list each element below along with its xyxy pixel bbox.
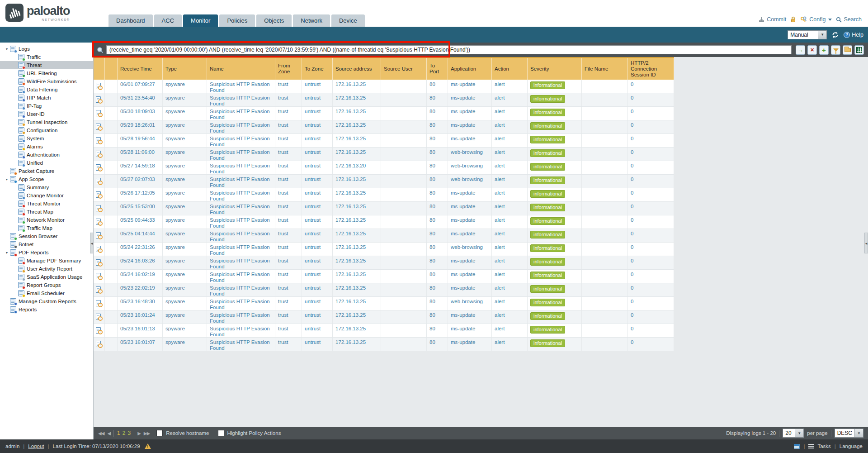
- search-button[interactable]: Search: [836, 16, 862, 23]
- expand-triangle-icon[interactable]: ▼: [4, 251, 10, 254]
- col-header-receive-time[interactable]: Receive Time: [118, 58, 163, 80]
- log-detail-icon[interactable]: [96, 327, 101, 334]
- next-page-button[interactable]: ▶: [137, 431, 141, 436]
- last-page-button[interactable]: ▶▶: [144, 431, 150, 436]
- refresh-icon[interactable]: [831, 31, 839, 38]
- sidebar-item-hip-match[interactable]: HIP Match: [0, 94, 93, 102]
- log-detail-icon[interactable]: [96, 246, 101, 252]
- col-header-to-port[interactable]: To Port: [427, 58, 448, 80]
- sidebar-item-network-monitor[interactable]: Network Monitor: [0, 216, 93, 224]
- sidebar-item-pdf-reports[interactable]: ▼PDF Reports: [0, 248, 93, 257]
- sidebar-item-app-scope[interactable]: ▼App Scope: [0, 175, 93, 183]
- sidebar-item-threat-map[interactable]: Threat Map: [0, 208, 93, 216]
- sidebar-item-data-filtering[interactable]: Data Filtering: [0, 86, 93, 94]
- col-header-source-address[interactable]: Source address: [333, 58, 381, 80]
- sidebar-item-user-activity-report[interactable]: User Activity Report: [0, 265, 93, 273]
- window-icon[interactable]: [794, 444, 800, 449]
- log-detail-icon[interactable]: [96, 96, 101, 103]
- sidebar-item-botnet[interactable]: Botnet: [0, 240, 93, 248]
- col-header-action[interactable]: Action: [492, 58, 528, 80]
- sidebar-item-wildfire-submissions[interactable]: WildFire Submissions: [0, 77, 93, 86]
- log-filter-input[interactable]: [106, 45, 792, 54]
- log-detail-icon[interactable]: [96, 164, 101, 171]
- log-detail-icon[interactable]: [96, 286, 101, 293]
- expand-triangle-icon[interactable]: ▼: [4, 178, 10, 181]
- tab-acc[interactable]: ACC: [154, 14, 182, 27]
- per-page-select[interactable]: 20 ▼: [783, 429, 804, 438]
- refresh-interval-select[interactable]: Manual ▼: [788, 30, 827, 39]
- sidebar-item-session-browser[interactable]: Session Browser: [0, 232, 93, 240]
- sidebar-item-alarms[interactable]: Alarms: [0, 143, 93, 151]
- log-detail-icon[interactable]: [96, 191, 101, 198]
- log-detail-icon[interactable]: [96, 314, 101, 320]
- log-detail-icon[interactable]: [96, 83, 101, 89]
- tab-policies[interactable]: Policies: [219, 14, 255, 27]
- log-detail-icon[interactable]: [96, 300, 101, 306]
- log-detail-icon[interactable]: [96, 178, 101, 184]
- log-detail-icon[interactable]: [96, 205, 101, 211]
- sort-order-select[interactable]: DESC ▼: [835, 429, 863, 438]
- sidebar-item-packet-capture[interactable]: Packet Capture: [0, 167, 93, 175]
- tasks-button[interactable]: Tasks: [817, 443, 830, 449]
- warning-icon[interactable]: [145, 443, 151, 449]
- resolve-hostname-checkbox[interactable]: [156, 430, 163, 436]
- sidebar-item-reports[interactable]: Reports: [0, 305, 93, 314]
- tab-dashboard[interactable]: Dashboard: [108, 14, 153, 27]
- sidebar-item-email-scheduler[interactable]: Email Scheduler: [0, 289, 93, 297]
- log-detail-icon[interactable]: [96, 273, 101, 279]
- col-header-severity[interactable]: Severity: [528, 58, 582, 80]
- col-header-from-zone[interactable]: From Zone: [275, 58, 302, 80]
- col-header-http-2-connection-session-id[interactable]: HTTP/2 Connection Session ID: [628, 58, 674, 80]
- tab-network[interactable]: Network: [293, 14, 330, 27]
- sidebar-item-threat[interactable]: Threat: [0, 61, 93, 69]
- tab-objects[interactable]: Objects: [256, 14, 292, 27]
- config-button[interactable]: Config: [800, 16, 832, 23]
- first-page-button[interactable]: ◀◀: [98, 431, 104, 436]
- sidebar-item-user-id[interactable]: User-ID: [0, 110, 93, 118]
- export-to-csv-button[interactable]: [854, 45, 864, 55]
- col-header-type[interactable]: Type: [163, 58, 207, 80]
- sidebar-item-traffic-map[interactable]: Traffic Map: [0, 224, 93, 232]
- load-filter-button[interactable]: [843, 45, 852, 55]
- language-button[interactable]: Language: [840, 443, 863, 449]
- expand-triangle-icon[interactable]: ▼: [4, 48, 10, 51]
- sidebar-item-authentication[interactable]: Authentication: [0, 151, 93, 159]
- lock-icon[interactable]: [790, 16, 796, 23]
- log-detail-icon[interactable]: [96, 232, 101, 238]
- sidebar-item-url-filtering[interactable]: URL Filtering: [0, 69, 93, 77]
- sidebar-item-manage-custom-reports[interactable]: Manage Custom Reports: [0, 297, 93, 305]
- sidebar-item-system[interactable]: System: [0, 134, 93, 143]
- log-detail-icon[interactable]: [96, 341, 101, 347]
- sidebar-item-threat-monitor[interactable]: Threat Monitor: [0, 200, 93, 208]
- sidebar-collapse-handle[interactable]: ◀: [90, 233, 94, 253]
- help-button[interactable]: ? Help: [844, 32, 863, 38]
- col-header-name[interactable]: Name: [207, 58, 275, 80]
- page-number-3[interactable]: 3: [127, 430, 131, 436]
- sidebar-item-manage-pdf-summary[interactable]: Manage PDF Summary: [0, 257, 93, 265]
- clear-filter-button[interactable]: ×: [807, 45, 817, 55]
- log-detail-icon[interactable]: [96, 137, 101, 143]
- page-number-2[interactable]: 2: [123, 430, 126, 436]
- commit-button[interactable]: Commit: [758, 16, 786, 23]
- col-header-application[interactable]: Application: [448, 58, 492, 80]
- sidebar-item-change-monitor[interactable]: Change Monitor: [0, 191, 93, 200]
- sidebar-item-unified[interactable]: Unified: [0, 159, 93, 167]
- panel-collapse-handle[interactable]: ◀: [864, 233, 868, 253]
- apply-filter-button[interactable]: →: [796, 45, 805, 55]
- sidebar-item-configuration[interactable]: Configuration: [0, 126, 93, 134]
- col-header-source-user[interactable]: Source User: [381, 58, 427, 80]
- sidebar-item-report-groups[interactable]: Report Groups: [0, 281, 93, 289]
- log-detail-icon[interactable]: [96, 151, 101, 157]
- sidebar-item-saas-application-usage[interactable]: SaaS Application Usage: [0, 273, 93, 281]
- prev-page-button[interactable]: ◀: [107, 431, 110, 436]
- logout-link[interactable]: Logout: [28, 443, 44, 449]
- tab-device[interactable]: Device: [331, 14, 365, 27]
- sidebar-item-summary[interactable]: Summary: [0, 183, 93, 191]
- log-detail-icon[interactable]: [96, 124, 101, 130]
- sidebar-item-ip-tag[interactable]: IP-Tag: [0, 102, 93, 110]
- highlight-policy-actions-checkbox[interactable]: [218, 430, 224, 436]
- log-detail-icon[interactable]: [96, 259, 101, 266]
- col-header-file-name[interactable]: File Name: [582, 58, 628, 80]
- add-filter-button[interactable]: +: [819, 45, 829, 55]
- page-number-1[interactable]: 1: [117, 430, 120, 436]
